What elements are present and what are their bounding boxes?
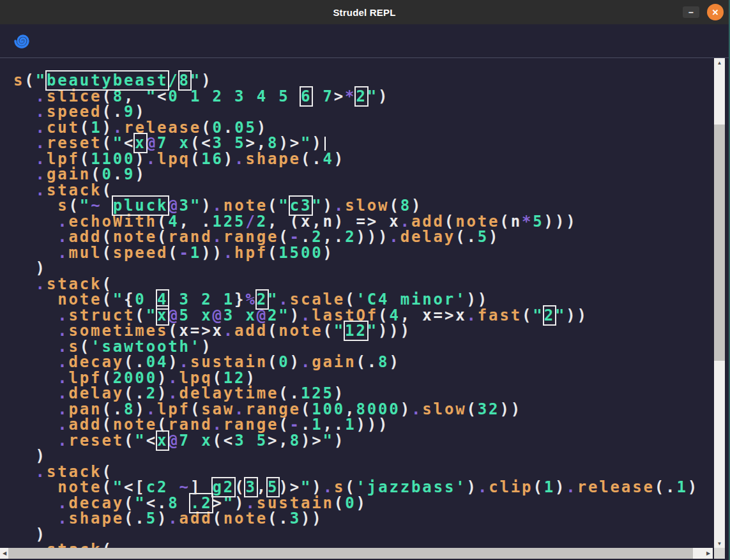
code-token: ( bbox=[466, 400, 477, 418]
code-token: speed bbox=[113, 244, 169, 262]
horizontal-scrollbar-thumb[interactable] bbox=[8, 548, 693, 559]
code-token: . bbox=[57, 432, 68, 450]
code-token: ) bbox=[290, 353, 301, 371]
code-token: . bbox=[301, 353, 312, 371]
vertical-scrollbar[interactable]: ▲ ▼ bbox=[714, 58, 725, 548]
code-token: ) bbox=[301, 432, 312, 450]
active-token-highlight: 2 bbox=[356, 87, 367, 105]
vertical-scrollbar-thumb[interactable] bbox=[714, 125, 725, 361]
code-token: clip bbox=[489, 478, 533, 496]
active-token-highlight: 6 bbox=[301, 87, 312, 105]
code-token: " bbox=[135, 432, 146, 450]
code-token: 0 bbox=[345, 494, 356, 512]
code-token: ( bbox=[499, 213, 510, 231]
code-token: ( bbox=[168, 244, 179, 262]
code-token: ) bbox=[157, 510, 168, 527]
code-token: )) bbox=[566, 306, 588, 324]
code-token: ( bbox=[102, 541, 112, 548]
code-token: ( bbox=[522, 306, 533, 324]
code-token: 9 bbox=[124, 165, 135, 183]
scroll-right-arrow-icon[interactable]: ▶ bbox=[704, 548, 713, 559]
scroll-down-arrow-icon[interactable]: ▼ bbox=[714, 539, 725, 548]
code-token: ))) bbox=[378, 322, 411, 340]
active-token-highlight: 12 bbox=[345, 322, 367, 340]
code-token: . bbox=[234, 150, 245, 168]
code-token: ( bbox=[102, 244, 112, 262]
code-editor[interactable]: s("beautybeast/8") .slice(8, "<0 1 2 3 4… bbox=[0, 58, 715, 548]
code-token: note bbox=[224, 510, 268, 527]
code-token: )) bbox=[499, 400, 522, 418]
code-line: .delay(.2).delaytime(.125) bbox=[13, 386, 715, 402]
code-line: .stack( bbox=[13, 183, 715, 199]
code-token: note bbox=[278, 322, 323, 340]
code-token: ) bbox=[467, 478, 478, 496]
code-token: 5 bbox=[146, 510, 157, 527]
code-token: ( bbox=[323, 322, 333, 340]
code-token: 1500 bbox=[278, 244, 323, 262]
horizontal-scrollbar[interactable]: ◀ ▶ bbox=[0, 548, 713, 559]
code-token: 7 bbox=[312, 87, 334, 105]
close-icon: ✕ bbox=[712, 8, 719, 17]
code-token: ( bbox=[268, 322, 278, 340]
code-line: .cut(1).release(0.05) bbox=[13, 120, 715, 136]
code-token: * bbox=[345, 87, 356, 105]
code-token: ) bbox=[389, 353, 400, 371]
code-token: ) bbox=[323, 244, 334, 262]
code-token: mul bbox=[69, 244, 102, 262]
code-token: " bbox=[367, 87, 378, 105]
scroll-up-arrow-icon[interactable]: ▲ bbox=[714, 58, 725, 67]
code-token: . bbox=[57, 510, 68, 527]
code-token: . bbox=[113, 165, 124, 183]
code-token: stack bbox=[47, 541, 102, 548]
code-token: x bbox=[201, 432, 212, 450]
code-token: 2 bbox=[345, 228, 356, 246]
code-token: . bbox=[367, 353, 378, 371]
code-token: delay bbox=[400, 228, 456, 246]
code-line: .reset("<x@7 x(<3 5>,8)>") bbox=[13, 433, 715, 449]
active-token-highlight: 4 bbox=[157, 291, 168, 308]
code-token: . bbox=[467, 306, 478, 324]
strudel-logo-icon[interactable] bbox=[13, 31, 33, 51]
code-line: .add(note(rand.range(-.1,.1))) bbox=[13, 417, 715, 433]
code-token: " bbox=[334, 322, 345, 340]
code-token: ( bbox=[655, 478, 665, 496]
code-token: . bbox=[168, 510, 179, 527]
code-token: ) bbox=[334, 150, 345, 168]
code-token: . bbox=[36, 541, 47, 548]
code-token: . bbox=[278, 510, 289, 527]
code-line: s("~ pluck@3").note("c3").slow(8) bbox=[13, 198, 715, 214]
code-line: .s('sawtooth') bbox=[13, 339, 715, 355]
code-token: 8 bbox=[378, 353, 389, 371]
code-token: 16 bbox=[201, 150, 224, 168]
code-token: ))) bbox=[356, 228, 389, 246]
code-token: 5 bbox=[533, 213, 544, 231]
code-token: ) bbox=[555, 478, 566, 496]
code-token: ( bbox=[213, 432, 224, 450]
code-token: 8 bbox=[290, 432, 301, 450]
indent bbox=[13, 541, 36, 548]
code-token: )) bbox=[201, 244, 224, 262]
code-token: 3 bbox=[290, 510, 301, 527]
code-token: 4 bbox=[323, 150, 334, 168]
code-token: hpf bbox=[234, 244, 268, 262]
code-token: add bbox=[179, 510, 213, 527]
code-token: " bbox=[555, 306, 566, 324]
code-token: . bbox=[57, 244, 68, 262]
code-line: .stack( bbox=[13, 464, 715, 480]
text-cursor bbox=[324, 137, 326, 151]
close-button[interactable]: ✕ bbox=[707, 4, 724, 20]
header-bar bbox=[0, 24, 729, 58]
code-token: ( bbox=[212, 510, 223, 527]
code-token: add bbox=[234, 322, 268, 340]
code-token: ( bbox=[301, 150, 312, 168]
code-token: . bbox=[466, 228, 477, 246]
minimize-button[interactable]: – bbox=[683, 6, 699, 18]
code-token: < bbox=[224, 432, 234, 450]
code-token: . bbox=[135, 510, 146, 527]
code-line: .sometimes(x=>x.add(note("12"))) bbox=[13, 323, 715, 339]
code-token: n bbox=[511, 213, 522, 231]
code-token: ))) bbox=[544, 213, 577, 231]
code-token: ) bbox=[334, 432, 345, 450]
scroll-left-arrow-icon[interactable]: ◀ bbox=[0, 548, 9, 559]
window-controls: – ✕ bbox=[683, 0, 724, 24]
